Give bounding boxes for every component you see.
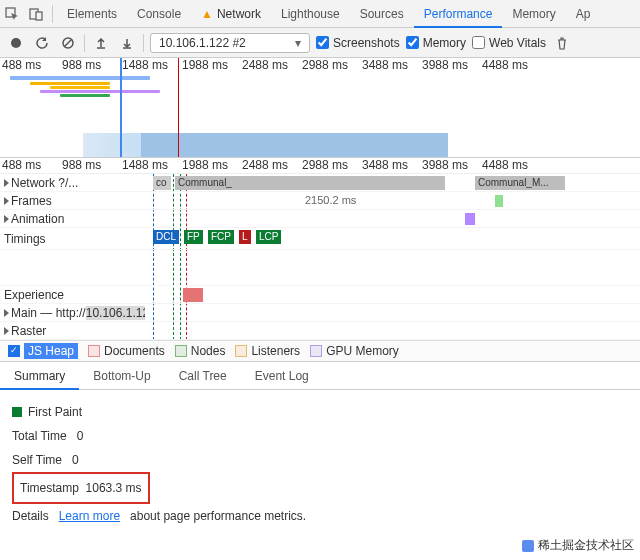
mem-check-documents[interactable]: Documents [88,344,165,358]
device-icon[interactable] [24,0,48,28]
main-track[interactable]: Main — http://10.106.1.122/gildataDesign… [0,304,640,322]
animation-track[interactable]: Animation [0,210,640,228]
tab-summary[interactable]: Summary [0,362,79,390]
timing-tag-l[interactable]: L [239,230,251,244]
clear-button[interactable] [58,33,78,53]
watermark: 稀土掘金技术社区 [522,537,634,554]
overview-playhead[interactable] [120,58,122,157]
devtools-tabbar: Elements Console ▲Network Lighthouse Sou… [0,0,640,28]
svg-line-5 [64,39,72,47]
inspect-icon[interactable] [0,0,24,28]
first-paint-row: First Paint [12,400,628,424]
spacer-track [0,250,640,286]
timings-track[interactable]: Timings DCLFPFCPLLCP [0,228,640,250]
svg-rect-2 [36,12,42,20]
network-track[interactable]: Network ?/... co Communal_ Communal_M... [0,174,640,192]
expand-icon [4,179,9,187]
performance-toolbar: 10.106.1.122 #2▾ Screenshots Memory Web … [0,28,640,58]
screenshots-checkbox[interactable]: Screenshots [316,36,400,50]
timestamp-row: Timestamp 1063.3 ms [12,472,628,504]
webvitals-checkbox[interactable]: Web Vitals [472,36,546,50]
expand-icon [4,327,9,335]
memory-checkbox[interactable]: Memory [406,36,466,50]
profile-selector[interactable]: 10.106.1.122 #2▾ [150,33,310,53]
expand-icon [4,215,9,223]
animation-marker [465,213,475,225]
tab-eventlog[interactable]: Event Log [241,362,323,390]
reload-record-button[interactable] [32,33,52,53]
summary-panel: First Paint Total Time0 Self Time0 Times… [0,390,640,538]
fp-swatch [12,407,22,417]
warning-icon: ▲ [201,7,213,21]
tab-console[interactable]: Console [127,0,191,28]
tab-elements[interactable]: Elements [57,0,127,28]
tab-lighthouse[interactable]: Lighthouse [271,0,350,28]
experience-track[interactable]: Experience [0,286,640,304]
tab-performance[interactable]: Performance [414,0,503,28]
tab-calltree[interactable]: Call Tree [165,362,241,390]
expand-icon [4,309,9,317]
network-item[interactable]: Communal_ [175,176,445,190]
tab-bottomup[interactable]: Bottom-Up [79,362,164,390]
mem-check-gpu-memory[interactable]: GPU Memory [310,344,399,358]
timeline-overview[interactable]: 488 ms988 ms1488 ms1988 ms2488 ms2988 ms… [0,58,640,158]
timing-tag-lcp[interactable]: LCP [256,230,281,244]
mem-check-listeners[interactable]: Listeners [235,344,300,358]
timing-tag-fp[interactable]: FP [184,230,203,244]
juejin-logo-icon [522,540,534,552]
record-button[interactable] [6,33,26,53]
timing-tag-dcl[interactable]: DCL [153,230,179,244]
details-tabs: Summary Bottom-Up Call Tree Event Log [0,362,640,390]
frame-duration: 2150.2 ms [305,194,356,206]
save-profile-button[interactable] [117,33,137,53]
separator [52,5,53,23]
expand-icon [4,197,9,205]
delete-button[interactable] [552,33,572,53]
mem-check-nodes[interactable]: Nodes [175,344,226,358]
tab-memory[interactable]: Memory [502,0,565,28]
tab-network[interactable]: ▲Network [191,0,271,28]
memory-legend: JS HeapDocumentsNodesListenersGPU Memory [0,340,640,362]
overview-marker [178,58,179,157]
overview-tracks [0,74,640,134]
mem-check-js-heap[interactable]: JS Heap [8,343,78,359]
self-time-row: Self Time0 [12,448,628,472]
main-url-highlight: 10.106.1.122 [86,306,145,320]
tab-sources[interactable]: Sources [350,0,414,28]
separator [143,34,144,52]
cpu-chart [0,133,640,157]
frames-track[interactable]: Frames 2150.2 ms [0,192,640,210]
learn-more-link[interactable]: Learn more [59,504,120,528]
network-item[interactable]: co [153,176,171,190]
svg-point-3 [11,38,21,48]
network-item[interactable]: Communal_M... [475,176,565,190]
raster-track[interactable]: Raster [0,322,640,340]
tab-overflow[interactable]: Ap [566,0,601,28]
timing-tag-fcp[interactable]: FCP [208,230,234,244]
flamechart-ruler: 488 ms988 ms1488 ms1988 ms2488 ms2988 ms… [0,158,640,174]
flamechart-tracks: Network ?/... co Communal_ Communal_M...… [0,174,640,340]
frame-marker [495,195,503,207]
details-row: DetailsLearn moreabout page performance … [12,504,628,528]
separator [84,34,85,52]
load-profile-button[interactable] [91,33,111,53]
overview-ruler: 488 ms988 ms1488 ms1988 ms2488 ms2988 ms… [0,58,640,74]
cls-marker[interactable] [183,288,203,302]
chevron-down-icon: ▾ [295,36,301,50]
total-time-row: Total Time0 [12,424,628,448]
